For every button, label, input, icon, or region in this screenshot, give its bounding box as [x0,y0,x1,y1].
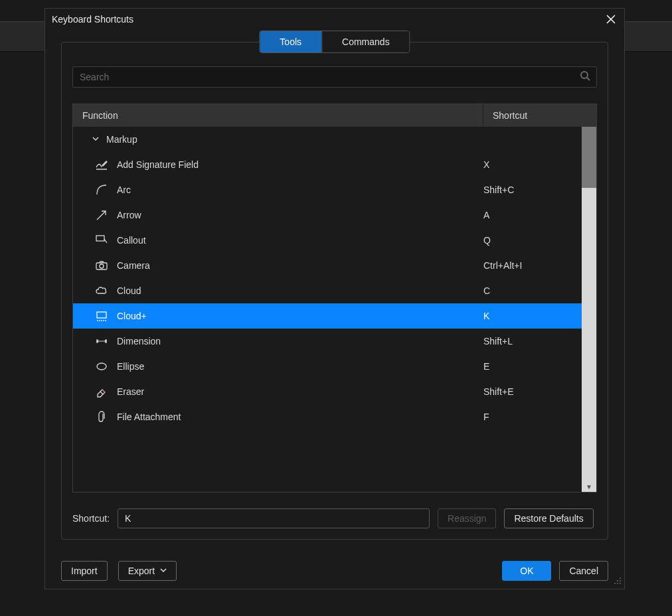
row-shortcut-cell: X [479,159,582,170]
table-row[interactable]: File AttachmentF [73,404,582,429]
shortcut-label: Shortcut: [72,513,110,524]
row-label: Cloud+ [117,311,147,321]
table-header: Function Shortcut [73,104,596,127]
resize-grip-icon[interactable] [614,577,622,586]
dialog-title: Keyboard Shortcuts [52,14,133,25]
table-body: Markup Add Signature FieldXArcShift+CArr… [73,127,582,492]
table-row[interactable]: Cloud+K [73,303,582,329]
scrollbar-down-icon: ▼ [586,483,592,491]
row-function-cell: Cloud [73,283,479,298]
shortcut-input[interactable] [118,508,430,528]
search-wrap [72,66,597,88]
scrollbar[interactable]: ▼ [582,127,596,492]
row-function-cell: Camera [73,258,479,273]
tab-commands[interactable]: Commands [321,31,410,52]
column-header-function[interactable]: Function [73,104,483,127]
cloudplus-icon [94,309,109,323]
column-header-shortcut[interactable]: Shortcut [483,104,596,127]
svg-rect-1 [96,236,104,241]
signature-icon [94,157,109,172]
table-row[interactable]: Add Signature FieldX [73,152,582,177]
row-function-cell: Add Signature Field [73,157,479,172]
close-icon [606,15,616,24]
row-shortcut-cell: Shift+L [479,336,582,346]
shortcut-table: Function Shortcut Markup Add Signature F… [72,104,597,493]
table-row[interactable]: EraserShift+E [73,379,582,404]
arc-icon [94,183,109,197]
row-function-cell: Arrow [73,208,479,222]
svg-rect-4 [97,312,106,318]
row-label: Ellipse [117,361,144,372]
table-row[interactable]: EllipseE [73,354,582,379]
reassign-button[interactable]: Reassign [438,508,496,528]
search-input[interactable] [72,66,597,88]
table-row[interactable]: CameraCtrl+Alt+I [73,253,582,278]
dialog-footer: Import Export OK Cancel [61,561,608,581]
table-row[interactable]: ArcShift+C [73,177,582,202]
attachment-icon [94,410,109,424]
export-button[interactable]: Export [118,561,177,581]
table-row[interactable]: CloudC [73,278,582,303]
search-icon [580,70,590,84]
row-function-cell: Callout [73,233,479,248]
arrow-icon [94,208,109,222]
table-body-wrap: Markup Add Signature FieldXArcShift+CArr… [73,127,596,492]
row-label: Arc [117,185,131,195]
camera-icon [94,258,109,273]
row-function-cell: Eraser [73,384,479,399]
cancel-button[interactable]: Cancel [559,561,608,581]
svg-point-10 [617,583,618,584]
svg-point-11 [620,583,621,584]
row-function-cell: Arc [73,183,479,197]
table-row[interactable]: ArrowA [73,202,582,228]
callout-icon [94,233,109,248]
ellipse-icon [94,359,109,374]
scrollbar-thumb[interactable] [582,127,596,188]
chevron-down-icon [160,567,167,575]
row-shortcut-cell: C [479,285,582,296]
close-button[interactable] [603,11,619,27]
svg-point-3 [100,264,104,268]
table-row[interactable]: CalloutQ [73,228,582,253]
tab-strip: Tools Commands [259,31,410,53]
row-shortcut-cell: E [479,361,582,372]
row-function-cell: File Attachment [73,410,479,424]
tab-tools[interactable]: Tools [260,31,321,52]
dialog-body: Tools Commands Function Shortcut [45,30,624,589]
scrollbar-track: ▼ [582,127,596,492]
keyboard-shortcuts-dialog: Keyboard Shortcuts Tools Commands Functi… [44,8,625,589]
row-label: Add Signature Field [117,159,199,170]
row-shortcut-cell: Q [479,235,582,246]
row-function-cell: Dimension [73,334,479,348]
svg-point-7 [617,580,618,581]
row-label: Callout [117,235,146,246]
cloud-icon [94,283,109,298]
shortcut-editor-row: Shortcut: Reassign Restore Defaults [72,508,597,528]
row-label: Camera [117,260,150,271]
row-label: File Attachment [117,412,181,422]
row-label: Dimension [117,336,161,346]
row-label: Cloud [117,285,141,296]
dialog-titlebar: Keyboard Shortcuts [45,9,624,30]
row-function-cell: Ellipse [73,359,479,374]
group-label: Markup [106,134,137,145]
main-panel: Tools Commands Function Shortcut [61,42,608,540]
eraser-icon [94,384,109,399]
svg-point-0 [581,72,588,78]
row-shortcut-cell: Shift+C [479,185,582,195]
footer-left: Import Export [61,561,177,581]
row-shortcut-cell: F [479,412,582,422]
restore-defaults-button[interactable]: Restore Defaults [504,508,593,528]
row-shortcut-cell: A [479,210,582,220]
row-shortcut-cell: K [479,311,582,321]
table-row[interactable]: DimensionShift+L [73,329,582,354]
row-function-cell: Cloud+ [73,309,479,323]
svg-point-9 [614,583,616,584]
import-button[interactable]: Import [61,561,108,581]
ok-button[interactable]: OK [502,561,551,581]
svg-point-6 [620,578,621,579]
svg-point-5 [97,363,106,370]
group-row-markup[interactable]: Markup [73,127,582,152]
svg-point-8 [620,580,621,581]
row-shortcut-cell: Ctrl+Alt+I [479,260,582,271]
